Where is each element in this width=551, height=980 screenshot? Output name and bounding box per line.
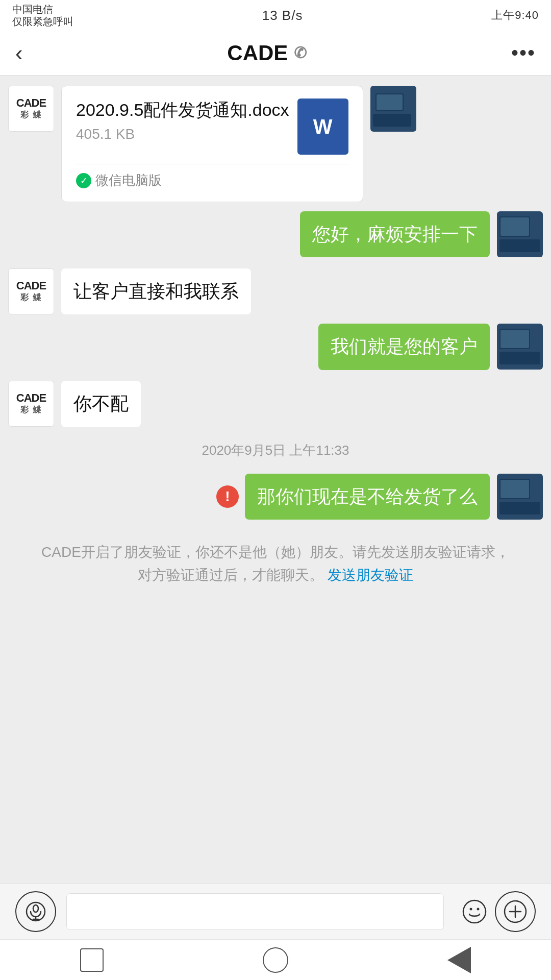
error-message-wrapper: ! 那你们现在是不给发货了么 bbox=[216, 474, 490, 520]
svg-point-22 bbox=[477, 908, 480, 910]
file-source: ✓ 微信电脑版 bbox=[76, 172, 348, 189]
file-message[interactable]: 2020.9.5配件发货通知.docx 405.1 KB W ✓ 微信电脑版 bbox=[61, 86, 363, 202]
circle-icon bbox=[263, 947, 288, 973]
outgoing-message: 我们就是您的客户 bbox=[318, 324, 490, 370]
message-row: 您好，麻烦安排一下 bbox=[8, 211, 543, 259]
voice-button[interactable] bbox=[15, 891, 56, 932]
sender-avatar: CADE 彩 鲽 bbox=[8, 268, 54, 314]
svg-rect-15 bbox=[499, 502, 540, 514]
message-row: 我们就是您的客户 bbox=[8, 324, 543, 372]
timestamp: 2020年9月5日 上午11:33 bbox=[8, 436, 543, 464]
chat-title: CADE ✆ bbox=[227, 41, 307, 65]
outgoing-message: 您好，麻烦安排一下 bbox=[300, 211, 490, 257]
square-icon bbox=[80, 948, 104, 972]
carrier-info: 中国电信 仅限紧急呼叫 bbox=[12, 3, 73, 28]
message-row: CADE 彩 鲽 让客户直接和我联系 bbox=[8, 268, 543, 314]
outgoing-message: 那你们现在是不给发货了么 bbox=[245, 474, 490, 520]
svg-rect-3 bbox=[373, 114, 411, 127]
svg-rect-2 bbox=[377, 94, 403, 110]
svg-rect-11 bbox=[499, 352, 540, 364]
status-bar: 中国电信 仅限紧急呼叫 13 B/s 上午9:40 bbox=[0, 0, 551, 31]
recent-apps-button[interactable] bbox=[77, 945, 107, 975]
error-icon: ! bbox=[216, 485, 239, 508]
docx-icon: W bbox=[297, 99, 348, 155]
svg-point-20 bbox=[463, 900, 486, 923]
wechat-icon: ✓ bbox=[76, 173, 91, 188]
sender-avatar: CADE 彩 鲽 bbox=[8, 86, 54, 132]
message-row: CADE 彩 鲽 2020.9.5配件发货通知.docx 405.1 KB W … bbox=[8, 86, 543, 202]
my-avatar bbox=[497, 474, 543, 522]
svg-rect-7 bbox=[499, 239, 540, 252]
system-nav bbox=[0, 939, 551, 980]
my-avatar bbox=[497, 211, 543, 259]
my-avatar bbox=[497, 324, 543, 372]
home-button[interactable] bbox=[260, 945, 291, 975]
more-button[interactable]: ••• bbox=[511, 41, 536, 64]
phone-icon: ✆ bbox=[294, 44, 307, 62]
input-bar bbox=[0, 883, 551, 939]
back-nav-button[interactable] bbox=[444, 945, 474, 975]
message-input[interactable] bbox=[66, 893, 444, 930]
file-size: 405.1 KB bbox=[76, 126, 289, 142]
svg-point-21 bbox=[470, 908, 472, 910]
message-row: ! 那你们现在是不给发货了么 bbox=[8, 474, 543, 522]
thumbnail-right bbox=[370, 86, 416, 134]
add-button[interactable] bbox=[495, 891, 536, 932]
send-friend-request-link[interactable]: 发送朋友验证 bbox=[328, 567, 413, 583]
sender-avatar: CADE 彩 鲽 bbox=[8, 381, 54, 427]
emoji-button[interactable] bbox=[454, 891, 495, 932]
triangle-icon bbox=[447, 947, 471, 973]
incoming-message: 让客户直接和我联系 bbox=[61, 268, 251, 314]
network-speed: 13 B/s bbox=[262, 8, 303, 23]
back-button[interactable]: ‹ bbox=[15, 40, 23, 66]
svg-rect-6 bbox=[500, 217, 529, 236]
nav-bar: ‹ CADE ✆ ••• bbox=[0, 31, 551, 76]
svg-rect-10 bbox=[500, 330, 529, 348]
clock: 上午9:40 bbox=[491, 8, 539, 23]
svg-point-17 bbox=[33, 905, 38, 912]
friend-verification-notice: CADE开启了朋友验证，你还不是他（她）朋友。请先发送朋友验证请求，对方验证通过… bbox=[8, 531, 543, 597]
svg-rect-14 bbox=[500, 480, 529, 498]
incoming-message: 你不配 bbox=[61, 381, 141, 427]
chat-area: CADE 彩 鲽 2020.9.5配件发货通知.docx 405.1 KB W … bbox=[0, 76, 551, 883]
file-name: 2020.9.5配件发货通知.docx bbox=[76, 99, 289, 122]
message-row: CADE 彩 鲽 你不配 bbox=[8, 381, 543, 427]
